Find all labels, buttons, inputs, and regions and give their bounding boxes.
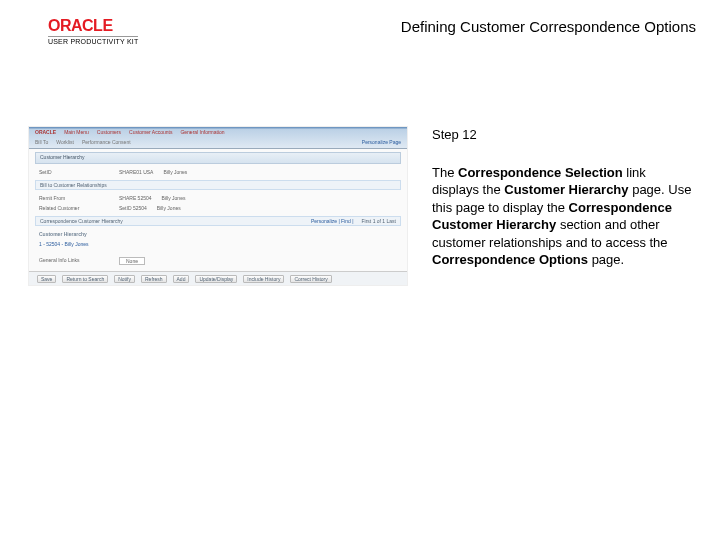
ss-row3-name: Billy Jones <box>157 205 181 211</box>
ss-save-button: Save <box>37 275 56 283</box>
instr-b1: Correspondence Selection <box>458 165 623 180</box>
ss-tab-0: Bill To <box>35 139 48 145</box>
ss-footer-value: None <box>119 257 145 265</box>
ss-list-sub: Customer Hierarchy <box>29 229 407 239</box>
ss-row2-value: SHARE 52504 <box>119 195 152 201</box>
ss-return-button: Return to Search <box>62 275 108 283</box>
ss-tab-1: Worklist <box>56 139 74 145</box>
ss-section-billto: Bill to Customer Relationships <box>35 180 401 190</box>
ss-row3-label: Related Customer <box>39 205 109 211</box>
ss-tab-2: Performance Consent <box>82 139 131 145</box>
logo-main-text: ORACLE <box>48 18 138 34</box>
ss-list-item: 1 - 52504 - Billy Jones <box>29 239 407 249</box>
ss-row-2: Remit From SHARE 52504 Billy Jones <box>29 193 407 203</box>
ss-header: ORACLE Main Menu Customers Customer Acco… <box>29 127 407 149</box>
ss-row-1: SetID SHARE01 USA Billy Jones <box>29 167 407 177</box>
ss-list-range: First 1 of 1 Last <box>362 218 396 224</box>
ss-list-header: Correspondence Customer Hierarchy Person… <box>35 216 401 226</box>
ss-personalize-link: Personalize Page <box>362 139 401 145</box>
instruction-paragraph: The Correspondence Selection link displa… <box>432 164 696 269</box>
logo-sub-text: USER PRODUCTIVITY KIT <box>48 36 138 45</box>
ss-row1-value: SHARE01 USA <box>119 169 153 175</box>
ss-footer-row: General Info Links None <box>29 255 407 267</box>
ss-logo: ORACLE <box>35 129 56 135</box>
ss-row-3: Related Customer SetID 52504 Billy Jones <box>29 203 407 213</box>
ss-history-button: Include History <box>243 275 284 283</box>
instr-b4: Correspondence Options <box>432 252 588 267</box>
ss-list-tools: Personalize | Find | <box>311 218 354 224</box>
ss-action-bar: Save Return to Search Notify Refresh Add… <box>29 271 407 286</box>
step-label: Step 12 <box>432 126 696 144</box>
instr-t1: The <box>432 165 458 180</box>
ss-nav-2: Customer Accounts <box>129 129 172 135</box>
ss-row1-name: Billy Jones <box>163 169 187 175</box>
ss-notify-button: Notify <box>114 275 135 283</box>
embedded-screenshot: ORACLE Main Menu Customers Customer Acco… <box>28 126 408 286</box>
ss-row2-name: Billy Jones <box>162 195 186 201</box>
ss-row3-value: SetID 52504 <box>119 205 147 211</box>
ss-update-button: Update/Display <box>195 275 237 283</box>
page-header: ORACLE USER PRODUCTIVITY KIT Defining Cu… <box>48 18 696 45</box>
ss-row2-label: Remit From <box>39 195 109 201</box>
ss-nav-3: General Information <box>180 129 224 135</box>
content-area: ORACLE Main Menu Customers Customer Acco… <box>28 126 696 286</box>
ss-correct-button: Correct History <box>290 275 331 283</box>
page-title: Defining Customer Correspondence Options <box>401 18 696 35</box>
ss-tabs: Bill To Worklist Performance Consent Per… <box>29 137 407 147</box>
ss-nav-1: Customers <box>97 129 121 135</box>
instruction-panel: Step 12 The Correspondence Selection lin… <box>432 126 696 286</box>
ss-nav-0: Main Menu <box>64 129 89 135</box>
ss-list-title: Correspondence Customer Hierarchy <box>40 218 123 224</box>
ss-section-customer-hierarchy: Customer Hierarchy <box>35 152 401 164</box>
ss-list-item-link: 1 - 52504 - Billy Jones <box>39 241 88 247</box>
ss-refresh-button: Refresh <box>141 275 167 283</box>
ss-breadcrumb: ORACLE Main Menu Customers Customer Acco… <box>29 127 407 137</box>
instr-t5: page. <box>588 252 624 267</box>
ss-add-button: Add <box>173 275 190 283</box>
ss-row1-label: SetID <box>39 169 109 175</box>
instr-b2: Customer Hierarchy <box>504 182 628 197</box>
ss-footer-label: General Info Links <box>39 257 109 265</box>
oracle-logo: ORACLE USER PRODUCTIVITY KIT <box>48 18 138 45</box>
